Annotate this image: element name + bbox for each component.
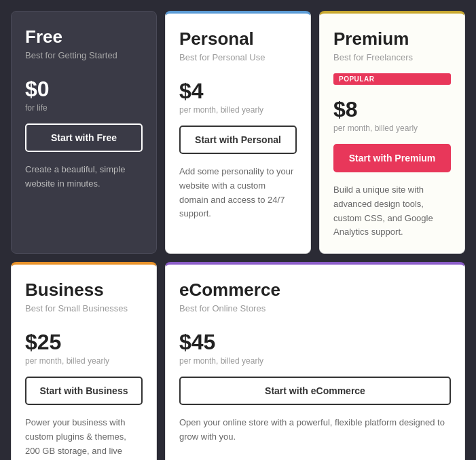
free-price: $0 bbox=[25, 77, 143, 102]
pricing-grid: Free Best for Getting Started $0 for lif… bbox=[11, 11, 465, 460]
free-title: Free bbox=[25, 26, 143, 47]
premium-title: Premium bbox=[333, 28, 451, 50]
business-title: Business bbox=[25, 280, 143, 301]
personal-subtitle: Best for Personal Use bbox=[179, 52, 297, 62]
premium-subtitle: Best for Freelancers bbox=[333, 52, 451, 62]
free-subtitle: Best for Getting Started bbox=[25, 50, 143, 60]
business-price: $25 bbox=[25, 330, 143, 355]
ecommerce-title: eCommerce bbox=[179, 280, 451, 301]
ecommerce-price-period: per month, billed yearly bbox=[179, 356, 451, 366]
business-price-period: per month, billed yearly bbox=[25, 356, 143, 366]
premium-cta-button[interactable]: Start with Premium bbox=[333, 144, 451, 172]
card-premium: Premium Best for Freelancers POPULAR $8 … bbox=[319, 11, 465, 254]
ecommerce-description: Open your online store with a powerful, … bbox=[179, 416, 451, 444]
ecommerce-cta-button[interactable]: Start with eCommerce bbox=[179, 377, 451, 405]
business-description: Power your business with custom plugins … bbox=[25, 416, 143, 460]
business-subtitle: Best for Small Businesses bbox=[25, 303, 143, 313]
premium-description: Build a unique site with advanced design… bbox=[333, 183, 451, 239]
personal-description: Add some personality to your website wit… bbox=[179, 165, 297, 221]
popular-badge: POPULAR bbox=[333, 73, 451, 85]
personal-price: $4 bbox=[179, 79, 297, 104]
personal-price-period: per month, billed yearly bbox=[179, 105, 297, 115]
personal-cta-button[interactable]: Start with Personal bbox=[179, 126, 297, 154]
card-personal: Personal Best for Personal Use $4 per mo… bbox=[165, 11, 311, 254]
premium-price-period: per month, billed yearly bbox=[333, 123, 451, 133]
ecommerce-price: $45 bbox=[179, 330, 451, 355]
card-ecommerce: eCommerce Best for Online Stores $45 per… bbox=[165, 262, 465, 460]
card-free: Free Best for Getting Started $0 for lif… bbox=[11, 11, 157, 254]
business-cta-button[interactable]: Start with Business bbox=[25, 377, 143, 405]
free-price-period: for life bbox=[25, 103, 143, 113]
card-business: Business Best for Small Businesses $25 p… bbox=[11, 262, 157, 460]
free-description: Create a beautiful, simple website in mi… bbox=[25, 163, 143, 191]
free-cta-button[interactable]: Start with Free bbox=[25, 123, 143, 152]
premium-price: $8 bbox=[333, 97, 451, 122]
ecommerce-subtitle: Best for Online Stores bbox=[179, 303, 451, 313]
personal-title: Personal bbox=[179, 28, 297, 50]
